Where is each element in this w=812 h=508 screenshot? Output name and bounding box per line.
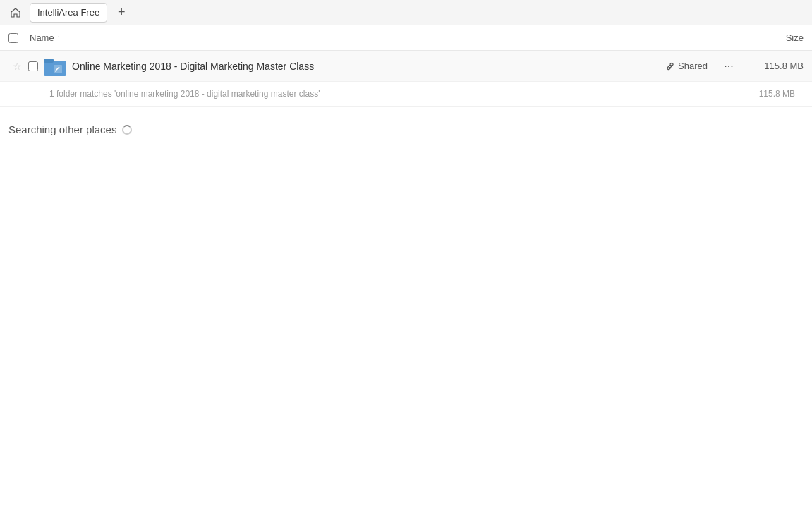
file-name: Online Marketing 2018 - Digital Marketin…	[72, 61, 665, 72]
match-info-text: 1 folder matches 'online marketing 2018 …	[49, 89, 320, 99]
new-tab-button[interactable]: +	[111, 3, 131, 23]
loading-spinner	[122, 125, 132, 135]
shared-badge: Shared	[665, 61, 708, 71]
size-column-header: Size	[733, 32, 804, 43]
name-column-header[interactable]: Name ↑	[30, 32, 733, 43]
home-button[interactable]	[6, 3, 25, 23]
searching-label: Searching other places	[8, 123, 116, 135]
star-icon[interactable]: ☆	[8, 61, 25, 72]
searching-section: Searching other places	[0, 107, 812, 144]
match-info-size: 115.8 MB	[759, 89, 804, 99]
titlebar: IntelliArea Free +	[0, 0, 812, 25]
more-icon: ···	[724, 60, 733, 73]
row-checkbox-container[interactable]	[28, 61, 44, 71]
active-tab[interactable]: IntelliArea Free	[30, 3, 107, 23]
select-all-checkbox[interactable]	[8, 33, 18, 43]
select-all-checkbox-container[interactable]	[8, 33, 30, 43]
sort-arrow-icon: ↑	[57, 34, 61, 42]
tab-label: IntelliArea Free	[37, 7, 99, 18]
folder-icon	[44, 55, 66, 78]
row-checkbox[interactable]	[28, 61, 38, 71]
home-icon	[10, 7, 21, 18]
file-size: 115.8 MB	[747, 61, 804, 71]
more-options-button[interactable]: ···	[719, 56, 739, 76]
shared-label: Shared	[678, 61, 708, 71]
file-row[interactable]: ☆ Online Marketing 2018 - Digital Market…	[0, 51, 812, 82]
match-info-row: 1 folder matches 'online marketing 2018 …	[0, 82, 812, 107]
column-headers: Name ↑ Size	[0, 25, 812, 51]
svg-rect-1	[44, 59, 54, 63]
link-icon	[665, 61, 675, 71]
